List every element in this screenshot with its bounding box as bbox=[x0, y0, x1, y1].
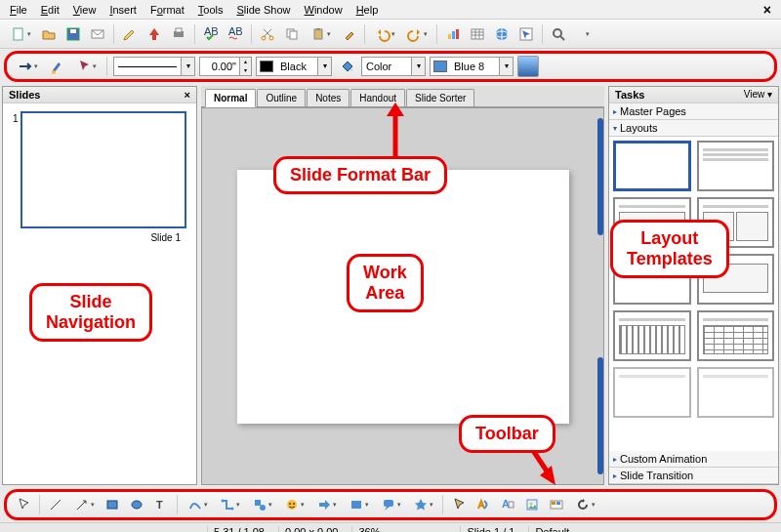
svg-rect-5 bbox=[176, 28, 182, 32]
layout-template[interactable] bbox=[613, 141, 691, 191]
table-button[interactable] bbox=[467, 23, 488, 45]
print-button[interactable] bbox=[168, 23, 189, 45]
menu-window[interactable]: Window bbox=[299, 3, 349, 17]
hyperlink-button[interactable] bbox=[491, 23, 513, 45]
flowchart-button[interactable] bbox=[344, 494, 373, 515]
redo-button[interactable] bbox=[402, 23, 432, 45]
svg-point-21 bbox=[554, 29, 561, 37]
symbol-shapes-button[interactable] bbox=[279, 494, 308, 515]
gallery-button[interactable] bbox=[546, 494, 567, 515]
menu-tools[interactable]: Tools bbox=[192, 3, 229, 17]
layout-template[interactable] bbox=[697, 141, 775, 191]
line-width-field[interactable]: ▴▾ bbox=[199, 57, 252, 76]
expand-button[interactable] bbox=[572, 23, 601, 45]
edit-button[interactable] bbox=[119, 23, 141, 45]
close-icon[interactable]: × bbox=[758, 1, 777, 19]
line-width-input[interactable] bbox=[200, 61, 239, 72]
pdf-button[interactable] bbox=[144, 23, 165, 45]
slide-caption: Slide 1 bbox=[9, 230, 190, 245]
standard-toolbar: ABC ABC bbox=[0, 20, 781, 49]
slide-thumbnail[interactable]: 1 bbox=[21, 111, 186, 228]
callout-toolbar: Toolbar bbox=[459, 415, 555, 453]
fontwork-button[interactable] bbox=[473, 494, 494, 515]
layout-template[interactable] bbox=[697, 367, 775, 418]
callout-shapes-button[interactable] bbox=[376, 494, 405, 515]
undo-button[interactable] bbox=[370, 23, 399, 45]
callout-layouts: Layout Templates bbox=[610, 220, 729, 278]
zoom-button[interactable] bbox=[548, 23, 569, 45]
pointer-button[interactable] bbox=[71, 56, 101, 77]
line-color-combo[interactable]: Black ▾ bbox=[256, 57, 332, 76]
menu-view[interactable]: View bbox=[67, 3, 103, 17]
spin-down[interactable]: ▾ bbox=[240, 66, 251, 75]
svg-rect-39 bbox=[552, 502, 555, 505]
svg-rect-12 bbox=[314, 29, 322, 39]
rect-button[interactable] bbox=[102, 494, 123, 515]
chart-button[interactable] bbox=[442, 23, 464, 45]
callout-format-bar: Slide Format Bar bbox=[273, 156, 447, 194]
fontwork-gallery-button[interactable]: A bbox=[497, 494, 518, 515]
section-transition[interactable]: ▸Slide Transition bbox=[609, 468, 778, 484]
section-animation[interactable]: ▸Custom Animation bbox=[609, 451, 778, 468]
fill-mode-combo[interactable]: Color ▾ bbox=[361, 57, 426, 76]
paste-button[interactable] bbox=[306, 23, 335, 45]
status-style: Default bbox=[528, 526, 777, 533]
copy-button[interactable] bbox=[281, 23, 303, 45]
tasks-view-menu[interactable]: View ▾ bbox=[744, 89, 772, 101]
autospell-button[interactable]: ABC bbox=[225, 23, 246, 45]
stars-button[interactable] bbox=[408, 494, 437, 515]
layout-template[interactable] bbox=[697, 310, 775, 361]
rotate-button[interactable] bbox=[570, 494, 599, 515]
layout-template[interactable] bbox=[613, 310, 691, 361]
paintbrush-button[interactable] bbox=[338, 23, 359, 45]
select-button[interactable] bbox=[13, 494, 34, 515]
svg-point-31 bbox=[293, 503, 295, 505]
tasks-title: Tasks bbox=[615, 89, 644, 101]
glue-button[interactable] bbox=[448, 494, 470, 515]
menu-edit[interactable]: Edit bbox=[35, 3, 65, 17]
cut-button[interactable] bbox=[257, 23, 278, 45]
ellipse-button[interactable] bbox=[126, 494, 147, 515]
tab-outline[interactable]: Outline bbox=[257, 89, 306, 106]
open-button[interactable] bbox=[38, 23, 60, 45]
section-master[interactable]: ▸Master Pages bbox=[609, 103, 778, 120]
navigator-button[interactable] bbox=[515, 23, 537, 45]
shadow-button[interactable] bbox=[517, 56, 539, 77]
curve-button[interactable] bbox=[183, 494, 212, 515]
status-zoom[interactable]: 36% bbox=[351, 526, 386, 533]
fill-bucket-button[interactable] bbox=[336, 56, 357, 77]
spin-up[interactable]: ▴ bbox=[240, 58, 251, 66]
from-file-button[interactable] bbox=[521, 494, 543, 515]
menu-format[interactable]: Format bbox=[144, 3, 190, 17]
section-layouts[interactable]: ▾Layouts bbox=[609, 120, 778, 137]
new-button[interactable] bbox=[6, 23, 35, 45]
svg-rect-0 bbox=[14, 28, 22, 40]
highlight-button[interactable] bbox=[46, 56, 67, 77]
svg-rect-40 bbox=[556, 502, 560, 505]
tab-notes[interactable]: Notes bbox=[307, 89, 349, 106]
svg-rect-27 bbox=[255, 500, 261, 506]
menu-insert[interactable]: Insert bbox=[103, 3, 143, 17]
connector-button[interactable] bbox=[215, 494, 244, 515]
layout-template[interactable] bbox=[613, 367, 691, 418]
basic-shapes-button[interactable] bbox=[247, 494, 276, 515]
arrow-style-button[interactable] bbox=[13, 56, 42, 77]
menu-help[interactable]: Help bbox=[350, 3, 385, 17]
line-style-combo[interactable]: ▾ bbox=[113, 57, 195, 76]
spellcheck-button[interactable]: ABC bbox=[200, 23, 222, 45]
scroll-thumb[interactable] bbox=[597, 118, 603, 235]
arrow-button[interactable] bbox=[69, 494, 99, 515]
scroll-thumb-2[interactable] bbox=[597, 357, 603, 474]
menu-file[interactable]: File bbox=[4, 3, 33, 17]
text-button[interactable]: T bbox=[150, 494, 172, 515]
close-panel-icon[interactable]: × bbox=[185, 89, 190, 101]
tab-normal[interactable]: Normal bbox=[205, 89, 256, 107]
tab-sorter[interactable]: Slide Sorter bbox=[406, 89, 474, 106]
callout-nav: Slide Navigation bbox=[29, 283, 152, 342]
menu-slideshow[interactable]: Slide Show bbox=[230, 3, 296, 17]
line-button[interactable] bbox=[45, 494, 66, 515]
email-button[interactable] bbox=[87, 23, 108, 45]
save-button[interactable] bbox=[62, 23, 84, 45]
block-arrows-button[interactable] bbox=[311, 494, 341, 515]
fill-color-combo[interactable]: Blue 8 ▾ bbox=[430, 57, 514, 76]
